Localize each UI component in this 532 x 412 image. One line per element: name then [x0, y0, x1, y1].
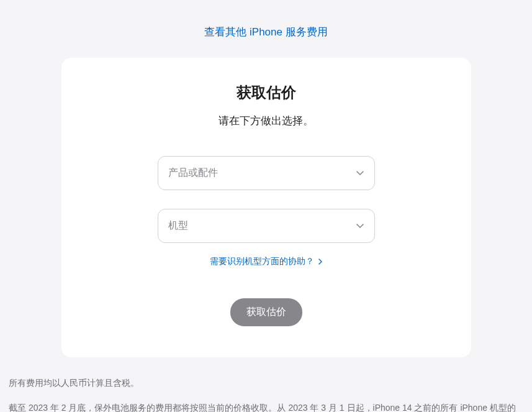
footer-line-1: 所有费用均以人民币计算且含税。 [9, 376, 523, 390]
footer-text: 所有费用均以人民币计算且含税。 截至 2023 年 2 月底，保外电池服务的费用… [7, 376, 525, 412]
identify-model-help-link[interactable]: 需要识别机型方面的协助？ [210, 256, 323, 266]
model-select-placeholder: 机型 [168, 219, 188, 232]
top-link-container: 查看其他 iPhone 服务费用 [7, 0, 525, 58]
help-link-label: 需要识别机型方面的协助？ [210, 256, 314, 266]
help-link-container: 需要识别机型方面的协助？ [80, 255, 453, 267]
product-select-placeholder: 产品或配件 [168, 167, 218, 180]
model-select-wrap: 机型 [158, 209, 375, 243]
product-select-wrap: 产品或配件 [158, 156, 375, 190]
card-title: 获取估价 [80, 83, 453, 103]
view-other-services-link[interactable]: 查看其他 iPhone 服务费用 [204, 26, 327, 38]
chevron-right-icon [318, 257, 322, 267]
footer-line-2-part1: 截至 2023 年 2 月底，保外电池服务的费用都将按照当前的价格收取。从 20… [9, 403, 516, 412]
product-select[interactable]: 产品或配件 [158, 156, 375, 190]
estimate-card: 获取估价 请在下方做出选择。 产品或配件 机型 需要识别机型方面的协助？ [61, 58, 471, 357]
chevron-down-icon [356, 169, 364, 178]
chevron-down-icon [356, 222, 364, 231]
get-estimate-button[interactable]: 获取估价 [230, 298, 302, 326]
model-select[interactable]: 机型 [158, 209, 375, 243]
card-subtitle: 请在下方做出选择。 [80, 114, 453, 128]
footer-line-2: 截至 2023 年 2 月底，保外电池服务的费用都将按照当前的价格收取。从 20… [9, 401, 523, 412]
